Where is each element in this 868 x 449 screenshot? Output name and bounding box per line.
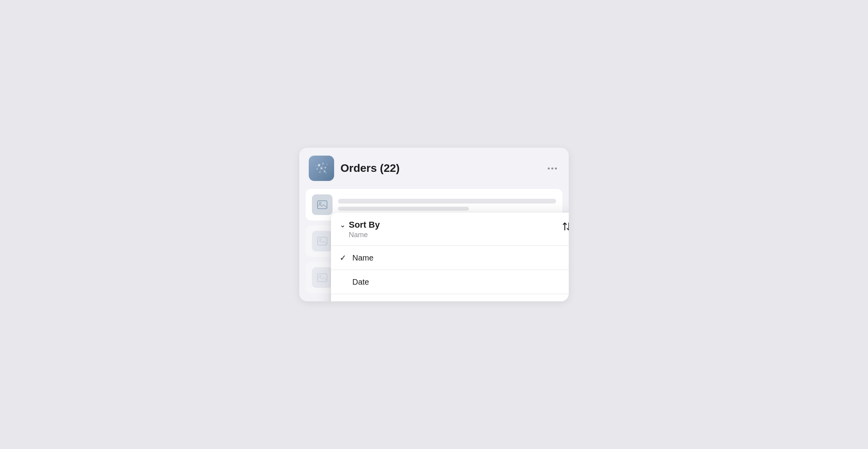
svg-point-8 bbox=[327, 164, 328, 165]
sort-option-date[interactable]: ✓ Date bbox=[331, 270, 569, 294]
svg-point-18 bbox=[319, 202, 321, 204]
item-thumbnail-3 bbox=[312, 267, 333, 288]
svg-rect-17 bbox=[317, 201, 327, 209]
sort-by-text-block: Sort By Name bbox=[349, 220, 380, 239]
sort-by-current-value: Name bbox=[349, 231, 380, 239]
header: Orders (22) bbox=[299, 148, 569, 189]
page-title: Orders (22) bbox=[340, 162, 539, 175]
image-placeholder-icon bbox=[317, 199, 328, 210]
svg-point-20 bbox=[319, 239, 321, 240]
sort-dropdown: ⌄ Sort By Name bbox=[331, 213, 569, 301]
check-icon: ✓ bbox=[340, 253, 348, 263]
svg-line-10 bbox=[319, 165, 321, 168]
sort-direction-button[interactable] bbox=[562, 221, 569, 232]
item-content bbox=[338, 199, 556, 211]
image-placeholder-icon-3 bbox=[317, 272, 328, 283]
sort-by-label: Sort By bbox=[349, 220, 380, 230]
more-dots-icon bbox=[548, 167, 557, 169]
svg-rect-19 bbox=[317, 237, 327, 245]
svg-point-7 bbox=[315, 166, 317, 167]
sort-by-header[interactable]: ⌄ Sort By Name bbox=[331, 213, 569, 246]
chevron-down-icon: ⌄ bbox=[340, 221, 346, 229]
svg-point-22 bbox=[319, 275, 321, 277]
svg-line-15 bbox=[321, 168, 325, 171]
svg-point-9 bbox=[326, 173, 327, 174]
list-area: ⌄ Sort By Name bbox=[299, 189, 569, 301]
main-card: Orders (22) bbox=[299, 148, 569, 301]
sort-option-name-label: Name bbox=[352, 253, 373, 263]
page-container: Orders (22) bbox=[299, 148, 569, 301]
app-icon bbox=[309, 156, 334, 181]
more-button[interactable] bbox=[545, 161, 559, 175]
sort-options-list: ✓ Name ✓ Date ✓ Order ID bbox=[331, 246, 569, 301]
sort-by-left: ⌄ Sort By Name bbox=[340, 220, 380, 239]
sort-option-date-label: Date bbox=[352, 278, 369, 287]
svg-rect-21 bbox=[317, 274, 327, 282]
sort-option-order-id[interactable]: ✓ Order ID bbox=[331, 294, 569, 301]
sort-option-name[interactable]: ✓ Name bbox=[331, 246, 569, 270]
svg-line-12 bbox=[321, 164, 323, 168]
item-thumbnail bbox=[312, 194, 333, 215]
image-placeholder-icon-2 bbox=[317, 236, 328, 247]
item-bar-primary bbox=[338, 199, 556, 204]
item-thumbnail-2 bbox=[312, 231, 333, 251]
item-bar-secondary bbox=[338, 207, 469, 211]
